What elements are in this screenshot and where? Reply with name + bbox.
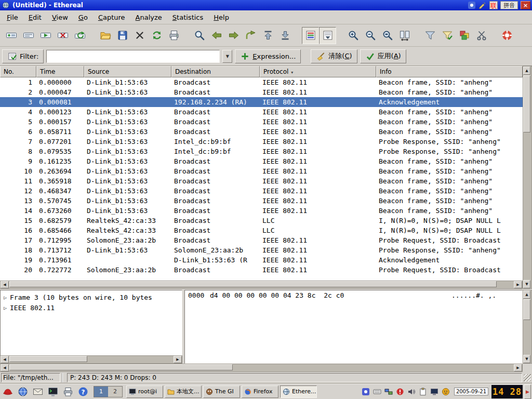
preferences-button[interactable] (473, 27, 490, 44)
hex-dump-pane[interactable]: 0000 d4 00 00 00 00 00 04 23 8c 2c c0 ..… (184, 290, 523, 364)
keyboard-tray-icon[interactable] (372, 387, 382, 397)
scroll-down-icon[interactable]: ▼ (523, 280, 530, 288)
menu-item[interactable]: File (2, 11, 23, 23)
vscroll-thumb[interactable] (523, 299, 530, 320)
capture-options-button[interactable] (20, 27, 37, 44)
printer-launcher[interactable] (61, 385, 75, 398)
scroll-up-icon[interactable]: ▲ (523, 66, 530, 75)
packet-row[interactable]: 12 0.468347 D-Link_b1:53:63 Broadcast IE… (0, 186, 523, 196)
menu-item[interactable]: Go (73, 11, 93, 23)
volume-tray-icon[interactable] (406, 387, 417, 397)
ime-trigger-icon[interactable] (468, 1, 476, 9)
packet-row[interactable]: 16 0.685466 RealtekS_42:ca:33 Broadcast … (0, 225, 523, 235)
packet-row[interactable]: 7 0.077201 D-Link_b1:53:63 Intel_dc:b9:b… (0, 137, 523, 147)
go-forward-button[interactable] (225, 27, 242, 44)
coloring-rules-button[interactable] (456, 27, 473, 44)
column-header-info[interactable]: Info (376, 66, 523, 77)
scroll-right-icon[interactable]: ▶ (514, 281, 522, 288)
column-header-protocol[interactable]: Protocol▾ (260, 66, 376, 77)
packet-row[interactable]: 17 0.712995 SolomonE_23:aa:2b Broadcast … (0, 235, 523, 245)
status-splitter[interactable] (62, 373, 65, 382)
column-header-no[interactable]: No. (0, 66, 36, 77)
packet-row[interactable]: 2 0.000047 D-Link_b1:53:63 Broadcast IEE… (0, 87, 523, 97)
filter-dropdown-button[interactable]: ▼ (222, 50, 232, 63)
scroll-down-icon[interactable]: ▼ (523, 355, 530, 363)
expander-icon[interactable]: ▷ (1, 303, 10, 313)
menu-item[interactable]: View (47, 11, 73, 23)
capture-filters-button[interactable] (421, 27, 438, 44)
print-button[interactable] (165, 27, 182, 44)
filter-input[interactable] (46, 50, 220, 63)
packet-list-vscrollbar[interactable]: ▲ ▼ (523, 66, 532, 289)
chat-tray-icon[interactable] (441, 387, 451, 397)
apply-button[interactable]: 应用(A) (360, 49, 406, 63)
go-to-bottom-button[interactable] (276, 27, 294, 44)
task-gimp[interactable]: The GI (203, 385, 240, 398)
menu-item[interactable]: Statistics (167, 11, 208, 23)
hex-vscrollbar[interactable]: ▲ ▼ (523, 290, 532, 364)
details-hscrollbar[interactable]: ◀ ▶ (0, 355, 182, 364)
network-tray-icon[interactable] (383, 387, 394, 397)
monitor-tray-icon[interactable] (429, 387, 440, 397)
display-filters-button[interactable] (438, 27, 456, 44)
scroll-left-icon[interactable]: ◀ (1, 356, 9, 363)
clock-applet[interactable]: 14 28 (491, 385, 523, 398)
update-tray-icon[interactable] (395, 387, 405, 397)
date-applet[interactable]: 2005-09-21 (454, 388, 488, 395)
vscroll-thumb[interactable] (523, 75, 530, 132)
packet-row[interactable]: 20 0.722772 SolomonE_23:aa:2b Broadcast … (0, 265, 523, 275)
packet-row[interactable]: 4 0.000123 D-Link_b1:53:63 Broadcast IEE… (0, 107, 523, 117)
resize-columns-button[interactable] (396, 27, 413, 44)
ime-pinyin-label[interactable]: 拼音 (500, 1, 518, 9)
column-header-destination[interactable]: Destination (171, 66, 260, 77)
zoom-in-button[interactable] (344, 27, 362, 44)
task-ethereal[interactable]: Ethere... (280, 385, 317, 398)
capture-start-button[interactable] (37, 27, 54, 44)
expander-icon[interactable]: ▷ (1, 292, 10, 303)
scroll-up-icon[interactable]: ▲ (523, 290, 530, 299)
detail-tree-item[interactable]: ▷ Frame 3 (10 bytes on wire, 10 bytes (1, 292, 182, 303)
panel-hide-button[interactable]: ▶ (524, 384, 531, 399)
ime-chinese-icon[interactable]: 联 (489, 1, 498, 9)
email-launcher[interactable] (31, 385, 45, 398)
open-file-button[interactable] (97, 27, 114, 44)
resize-grip[interactable] (524, 374, 531, 381)
scroll-left-icon[interactable]: ◀ (1, 281, 9, 288)
find-packet-button[interactable] (191, 27, 208, 44)
bottom-hscrollbar[interactable]: ◀ ▶ (0, 364, 523, 372)
workspace-1[interactable]: 1 (94, 387, 108, 397)
packet-row[interactable]: 18 0.713712 D-Link_b1:53:63 SolomonE_23:… (0, 245, 523, 255)
save-file-button[interactable] (114, 27, 131, 44)
packet-row[interactable]: 10 0.263694 D-Link_b1:53:63 Broadcast IE… (0, 166, 523, 176)
go-back-button[interactable] (208, 27, 225, 44)
packet-row[interactable]: 5 0.000157 D-Link_b1:53:63 Broadcast IEE… (0, 117, 523, 127)
go-to-packet-button[interactable] (242, 27, 259, 44)
scim-tray-icon[interactable] (361, 387, 371, 397)
menu-item[interactable]: Capture (93, 11, 130, 23)
detail-tree-item[interactable]: ▷ IEEE 802.11 (1, 303, 182, 313)
clear-button[interactable]: 清除(C) (311, 49, 357, 63)
packet-row[interactable]: 1 0.000000 D-Link_b1:53:63 Broadcast IEE… (0, 77, 523, 87)
menu-item[interactable]: Edit (23, 11, 47, 23)
packet-row[interactable]: 14 0.673260 D-Link_b1:53:63 Broadcast IE… (0, 206, 523, 216)
scroll-right-icon[interactable]: ▶ (514, 364, 522, 371)
capture-interfaces-button[interactable] (3, 27, 20, 44)
packet-row[interactable]: 13 0.570745 D-Link_b1:53:63 Broadcast IE… (0, 196, 523, 206)
clipboard-tray-icon[interactable] (418, 387, 428, 397)
packet-row[interactable]: 9 0.161235 D-Link_b1:53:63 Broadcast IEE… (0, 156, 523, 166)
web-browser-launcher[interactable] (16, 385, 30, 398)
task-firefox[interactable]: Firefox (242, 385, 278, 398)
packet-row[interactable]: 8 0.079535 D-Link_b1:53:63 Intel_dc:b9:b… (0, 147, 523, 156)
packet-row[interactable]: 19 0.713961 D-Link_b1:53:63 (R IEEE 802.… (0, 255, 523, 265)
expression-button[interactable]: Expression... (235, 49, 301, 63)
close-file-button[interactable] (131, 27, 148, 44)
task-file-manager[interactable]: 本地文... (165, 385, 202, 398)
scroll-left-icon[interactable]: ◀ (1, 364, 9, 371)
hscroll-thumb[interactable] (9, 281, 497, 287)
terminal-launcher[interactable] (46, 385, 60, 398)
column-header-source[interactable]: Source (84, 66, 171, 77)
column-header-time[interactable]: Time (36, 66, 84, 77)
packet-row[interactable]: 11 0.365918 D-Link_b1:53:63 Broadcast IE… (0, 176, 523, 186)
help-button[interactable] (498, 27, 515, 44)
menu-item[interactable]: Help (208, 11, 234, 23)
